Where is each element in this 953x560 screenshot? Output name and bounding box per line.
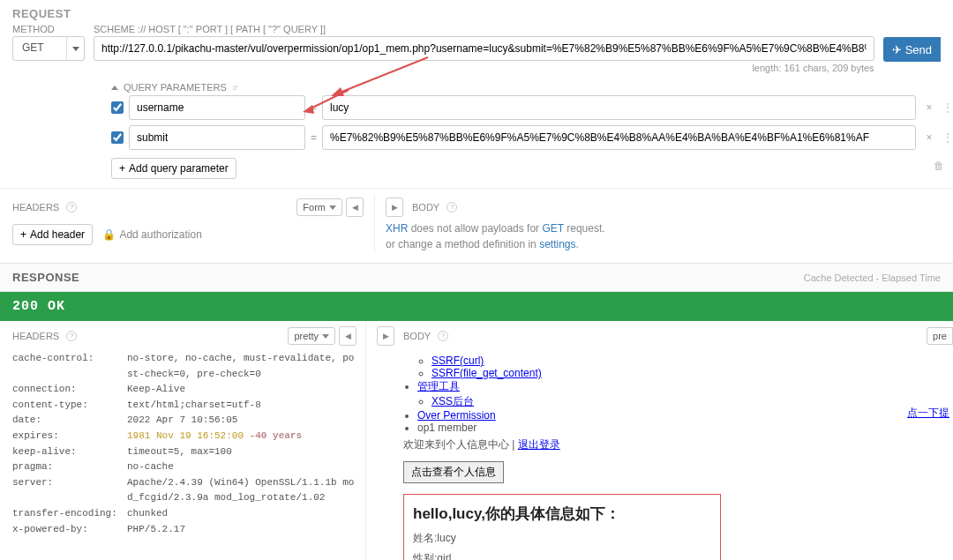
add-header-button[interactable]: + Add header: [12, 224, 93, 245]
url-input[interactable]: [94, 36, 874, 61]
add-authorization-link[interactable]: 🔒 Add authorization: [102, 228, 201, 241]
help-icon[interactable]: ?: [446, 202, 457, 213]
param-row: = × ⋮: [111, 93, 953, 123]
chevron-down-icon: [66, 37, 84, 60]
add-auth-label: Add authorization: [119, 228, 201, 241]
pretty-label: pretty: [294, 331, 319, 341]
mgmt-link[interactable]: 管理工具: [417, 380, 460, 392]
more-icon[interactable]: ⋮: [942, 101, 953, 114]
op1-text: op1 member: [417, 422, 476, 434]
send-icon: ✈: [892, 43, 902, 56]
method-value: GET: [13, 37, 66, 60]
expand-right-icon[interactable]: ▶: [377, 326, 394, 346]
status-bar: 200 OK: [0, 292, 953, 321]
method-dropdown[interactable]: GET: [12, 36, 85, 61]
param-row: = × ⋮: [111, 123, 953, 153]
body-message: XHR does not allow payloads for GET requ…: [386, 220, 941, 236]
method-label: METHOD: [12, 24, 85, 34]
collapse-left-icon[interactable]: ◀: [346, 198, 364, 217]
body-message: or change a method definition in setting…: [386, 236, 941, 252]
param-value-input[interactable]: [322, 125, 916, 150]
user-info-box: hello,lucy,你的具体信息如下： 姓名:lucy 性别:girl 手机:…: [403, 494, 721, 560]
add-header-label: Add header: [30, 228, 85, 241]
param-value-input[interactable]: [322, 95, 916, 120]
over-perm-link[interactable]: Over Permission: [417, 409, 496, 422]
ssrf-curl-link[interactable]: SSRF(curl): [431, 355, 484, 367]
headers-view-select[interactable]: Form: [296, 198, 342, 216]
next-link[interactable]: 点一下提: [907, 406, 949, 421]
request-section-title: REQUEST: [0, 0, 953, 24]
plus-icon: +: [20, 228, 26, 241]
response-body: SSRF(curl) SSRF(file_get_content) 管理工具 X…: [377, 351, 953, 560]
send-button[interactable]: ✈ Send: [883, 37, 941, 62]
view-info-button[interactable]: 点击查看个人信息: [403, 461, 504, 483]
cache-info: Cache Detected - Elapsed Time: [804, 273, 941, 283]
chevron-down-icon: [329, 205, 336, 210]
length-hint: length: 161 chars, 209 bytes: [94, 63, 874, 73]
response-section-title: RESPONSE: [12, 271, 79, 284]
remove-param-icon[interactable]: ×: [921, 101, 937, 114]
qp-title-text: QUERY PARAMETERS: [124, 82, 227, 93]
query-params-title[interactable]: QUERY PARAMETERS ↓↑: [111, 82, 953, 93]
body-title: ▶ BODY?: [386, 198, 457, 217]
hello-heading: hello,lucy,你的具体信息如下：: [413, 504, 711, 524]
form-label: Form: [303, 202, 326, 213]
lock-icon: 🔒: [102, 228, 116, 241]
chevron-down-icon: [322, 334, 329, 339]
equals-sign: =: [311, 131, 317, 144]
trash-icon[interactable]: 🗑: [934, 160, 944, 172]
equals-sign: =: [311, 101, 317, 114]
param-enabled-checkbox[interactable]: [111, 101, 124, 114]
send-label: Send: [905, 43, 932, 56]
param-name-input[interactable]: [129, 95, 305, 120]
headers-title: HEADERS?: [12, 202, 77, 213]
response-body-title: ▶ BODY?: [377, 326, 448, 346]
settings-link[interactable]: settings: [539, 238, 575, 250]
body-format-select[interactable]: pre: [927, 327, 953, 345]
headers-format-select[interactable]: pretty: [288, 327, 335, 345]
caret-icon: [111, 86, 118, 90]
response-headers-table: cache-control:no-store, no-cache, must-r…: [12, 351, 356, 537]
remove-param-icon[interactable]: ×: [921, 131, 937, 144]
info-name: 姓名:lucy: [413, 531, 711, 546]
logout-link[interactable]: 退出登录: [518, 438, 560, 451]
sort-icon[interactable]: ↓↑: [232, 83, 236, 92]
scheme-label: SCHEME :// HOST [ ":" PORT ] [ PATH [ "?…: [94, 24, 874, 34]
add-query-param-button[interactable]: + Add query parameter: [111, 158, 236, 179]
help-icon[interactable]: ?: [438, 331, 448, 341]
param-enabled-checkbox[interactable]: [111, 131, 124, 144]
help-icon[interactable]: ?: [66, 202, 77, 213]
collapse-left-icon[interactable]: ◀: [339, 326, 356, 346]
xss-link[interactable]: XSS后台: [431, 395, 474, 407]
param-name-input[interactable]: [129, 125, 305, 150]
info-gender: 性别:girl: [413, 551, 711, 560]
expand-right-icon[interactable]: ▶: [386, 198, 403, 217]
help-icon[interactable]: ?: [66, 331, 77, 341]
welcome-text: 欢迎来到个人信息中心 |: [403, 438, 518, 451]
response-headers-title: HEADERS?: [12, 331, 77, 341]
more-icon[interactable]: ⋮: [942, 131, 953, 144]
ssrf-fgc-link[interactable]: SSRF(file_get_content): [431, 367, 542, 379]
plus-icon: +: [119, 162, 125, 175]
add-param-label: Add query parameter: [129, 162, 229, 175]
